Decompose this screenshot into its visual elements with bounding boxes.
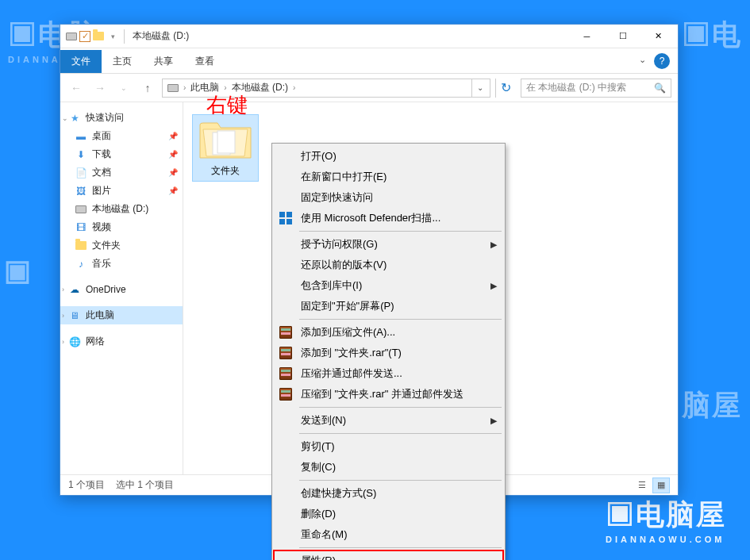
- svg-rect-3: [287, 212, 292, 217]
- ribbon: 文件 主页 共享 查看 ⌄ ?: [60, 48, 678, 74]
- menu-delete[interactable]: 删除(D): [274, 504, 503, 524]
- rar-icon: [279, 366, 293, 381]
- breadcrumb-dropdown[interactable]: ⌄: [471, 79, 488, 97]
- breadcrumb[interactable]: › 此电脑 › 本地磁盘 (D:) › ⌄: [162, 79, 490, 98]
- menu-send-to[interactable]: 发送到(N)▶: [274, 410, 503, 431]
- drive-icon: [167, 82, 179, 94]
- minimize-button[interactable]: ─: [569, 25, 605, 48]
- back-button[interactable]: ←: [67, 79, 86, 98]
- chevron-right-icon[interactable]: ›: [291, 83, 297, 92]
- star-icon: ★: [68, 112, 81, 125]
- defender-icon: [279, 211, 293, 225]
- sidebar-item-onedrive[interactable]: ›☁OneDrive: [60, 281, 183, 298]
- menu-pin-quickaccess[interactable]: 固定到快速访问: [274, 187, 503, 208]
- watermark-logo: ▣电脑屋DIANNAOWU.COM: [606, 496, 726, 544]
- chevron-down-icon[interactable]: ⌄: [62, 114, 68, 122]
- sidebar-item-videos[interactable]: 🎞视频: [60, 218, 183, 236]
- sidebar-item-thispc[interactable]: ›🖥此电脑: [60, 306, 183, 324]
- chevron-right-icon[interactable]: ›: [62, 286, 64, 293]
- menu-separator: [299, 407, 502, 408]
- sidebar-item-network[interactable]: ›🌐网络: [60, 332, 183, 351]
- sidebar-item-label: 文档: [92, 166, 111, 179]
- ribbon-expand-icon[interactable]: ⌄: [639, 55, 646, 65]
- folder-label: 文件夹: [193, 163, 258, 181]
- breadcrumb-drive[interactable]: 本地磁盘 (D:): [229, 81, 291, 94]
- menu-open[interactable]: 打开(O): [274, 146, 503, 167]
- folder-icon: [92, 30, 105, 43]
- sidebar: ⌄ ★ 快速访问 ▬桌面📌 ⬇下载📌 📄文档📌 🖼图片📌 本地磁盘 (D:) 🎞…: [60, 102, 183, 474]
- qat-dropdown-icon[interactable]: ▾: [106, 30, 119, 43]
- checkbox-icon[interactable]: ✓: [79, 31, 90, 42]
- menu-compress-email[interactable]: 压缩并通过邮件发送...: [274, 363, 503, 384]
- help-button[interactable]: ?: [654, 53, 670, 69]
- chevron-right-icon: ▶: [490, 416, 497, 426]
- menu-rename[interactable]: 重命名(M): [274, 524, 503, 545]
- menu-compress-rar-email[interactable]: 压缩到 "文件夹.rar" 并通过邮件发送: [274, 384, 503, 405]
- music-icon: ♪: [75, 258, 87, 270]
- menu-cut[interactable]: 剪切(T): [274, 436, 503, 457]
- up-button[interactable]: ↑: [138, 79, 157, 98]
- sidebar-item-drive-d[interactable]: 本地磁盘 (D:): [60, 200, 183, 218]
- tab-home[interactable]: 主页: [102, 50, 143, 73]
- folder-large-icon: [197, 115, 254, 161]
- chevron-right-icon[interactable]: ›: [62, 338, 64, 346]
- menu-grant-access[interactable]: 授予访问权限(G)▶: [274, 234, 503, 255]
- forward-button[interactable]: →: [90, 79, 110, 98]
- sidebar-item-label: 网络: [86, 335, 105, 348]
- sidebar-item-label: 图片: [92, 184, 111, 198]
- svg-rect-2: [279, 212, 285, 217]
- tab-share[interactable]: 共享: [143, 50, 184, 73]
- menu-separator: [299, 480, 502, 481]
- breadcrumb-pc[interactable]: 此电脑: [187, 81, 222, 94]
- menu-include-library[interactable]: 包含到库中(I)▶: [274, 275, 503, 296]
- tab-view[interactable]: 查看: [184, 50, 225, 73]
- sidebar-item-music[interactable]: ♪音乐: [60, 255, 183, 273]
- pin-icon: 📌: [168, 150, 178, 159]
- menu-separator: [299, 433, 502, 434]
- desktop-icon: ▬: [75, 130, 87, 143]
- sidebar-item-desktop[interactable]: ▬桌面📌: [60, 127, 183, 145]
- menu-separator: [299, 319, 502, 320]
- close-button[interactable]: ✕: [640, 25, 676, 48]
- menu-add-rar[interactable]: 添加到 "文件夹.rar"(T): [274, 343, 503, 363]
- menu-copy[interactable]: 复制(C): [274, 457, 503, 478]
- tab-file[interactable]: 文件: [60, 50, 102, 73]
- refresh-button[interactable]: ↻: [495, 79, 516, 98]
- sidebar-item-label: 本地磁盘 (D:): [92, 202, 148, 216]
- chevron-right-icon[interactable]: ›: [222, 83, 228, 92]
- menu-separator: [299, 547, 502, 548]
- svg-rect-5: [287, 219, 292, 224]
- search-placeholder: 在 本地磁盘 (D:) 中搜索: [526, 81, 626, 94]
- sidebar-item-quickaccess[interactable]: ⌄ ★ 快速访问: [60, 109, 183, 127]
- search-icon[interactable]: 🔍: [654, 82, 666, 94]
- status-selected: 选中 1 个项目: [116, 478, 174, 492]
- menu-restore-versions[interactable]: 还原以前的版本(V): [274, 255, 503, 275]
- sidebar-item-downloads[interactable]: ⬇下载📌: [60, 145, 183, 163]
- sidebar-item-folder[interactable]: 文件夹: [60, 236, 183, 255]
- view-details-button[interactable]: ☰: [633, 478, 651, 493]
- sidebar-item-label: OneDrive: [86, 284, 126, 295]
- watermark: ▣电: [682, 16, 742, 55]
- rar-icon: [279, 325, 293, 339]
- sidebar-item-documents[interactable]: 📄文档📌: [60, 163, 183, 182]
- recent-dropdown[interactable]: ⌄: [114, 79, 133, 98]
- view-icons-button[interactable]: ▦: [652, 478, 670, 493]
- menu-defender-scan[interactable]: 使用 Microsoft Defender扫描...: [274, 208, 503, 228]
- folder-item[interactable]: 文件夹: [193, 115, 258, 181]
- menu-pin-start[interactable]: 固定到"开始"屏幕(P): [274, 296, 503, 316]
- sidebar-item-pictures[interactable]: 🖼图片📌: [60, 182, 183, 200]
- chevron-right-icon[interactable]: ›: [182, 83, 187, 92]
- watermark: ▣: [4, 254, 33, 287]
- sidebar-item-label: 此电脑: [86, 309, 114, 322]
- search-input[interactable]: 在 本地磁盘 (D:) 中搜索 🔍: [521, 79, 671, 98]
- maximize-button[interactable]: ☐: [605, 25, 640, 48]
- navbar: ← → ⌄ ↑ › 此电脑 › 本地磁盘 (D:) › ⌄ ↻ 在 本地磁盘 (…: [60, 74, 678, 102]
- chevron-right-icon[interactable]: ›: [62, 312, 64, 320]
- menu-properties[interactable]: 属性(R): [274, 550, 503, 560]
- menu-add-archive[interactable]: 添加到压缩文件(A)...: [274, 322, 503, 343]
- svg-rect-4: [279, 219, 285, 224]
- menu-create-shortcut[interactable]: 创建快捷方式(S): [274, 483, 503, 504]
- pin-icon: 📌: [168, 132, 178, 140]
- network-icon: 🌐: [68, 336, 81, 348]
- menu-open-new-window[interactable]: 在新窗口中打开(E): [274, 167, 503, 187]
